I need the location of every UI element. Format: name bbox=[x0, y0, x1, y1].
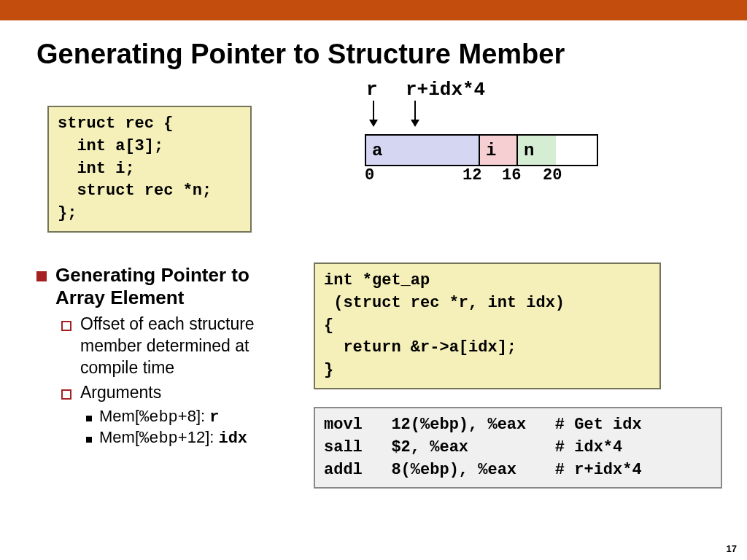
bullet-sub1: Offset of each structure member determin… bbox=[80, 314, 299, 379]
mem-cell-a: a bbox=[366, 136, 480, 165]
arrow-ridx bbox=[414, 101, 416, 125]
mem-cell-i: i bbox=[480, 136, 518, 165]
memory-layout-diagram: r r+idx*4 a i n 0 12 16 20 bbox=[365, 79, 598, 188]
pointer-label-r: r bbox=[366, 79, 378, 101]
bullet-square-icon bbox=[36, 271, 47, 281]
arrow-r bbox=[373, 101, 374, 125]
bullet-heading: Generating Pointer to Array Element bbox=[55, 264, 299, 309]
memory-row: a i n bbox=[365, 134, 598, 166]
page-number: 17 bbox=[727, 543, 737, 554]
offset-20: 20 bbox=[543, 166, 562, 184]
pointer-label-ridx: r+idx*4 bbox=[406, 79, 485, 101]
top-accent-bar bbox=[0, 0, 747, 20]
offset-12: 12 bbox=[462, 166, 481, 184]
bullet-arg2: Mem[%ebp+12]: idx bbox=[99, 428, 247, 448]
assembly-code: movl 12(%ebp), %eax # Get idx sall $2, %… bbox=[314, 407, 722, 489]
offset-0: 0 bbox=[365, 166, 374, 184]
struct-definition-code: struct rec { int a[3]; int i; struct rec… bbox=[47, 106, 252, 233]
bullet-list: Generating Pointer to Array Element Offs… bbox=[36, 264, 299, 449]
bullet-outline-icon bbox=[61, 389, 71, 400]
bullet-outline-icon bbox=[61, 321, 71, 331]
slide-title: Generating Pointer to Structure Member bbox=[36, 39, 747, 70]
mem-cell-n: n bbox=[518, 136, 556, 165]
bullet-dot-icon bbox=[86, 437, 92, 443]
bullet-arg1: Mem[%ebp+8]: r bbox=[99, 407, 219, 427]
offset-16: 16 bbox=[502, 166, 521, 184]
function-code: int *get_ap (struct rec *r, int idx) { r… bbox=[314, 262, 661, 389]
bullet-dot-icon bbox=[86, 416, 92, 421]
bullet-sub2: Arguments bbox=[80, 382, 161, 404]
